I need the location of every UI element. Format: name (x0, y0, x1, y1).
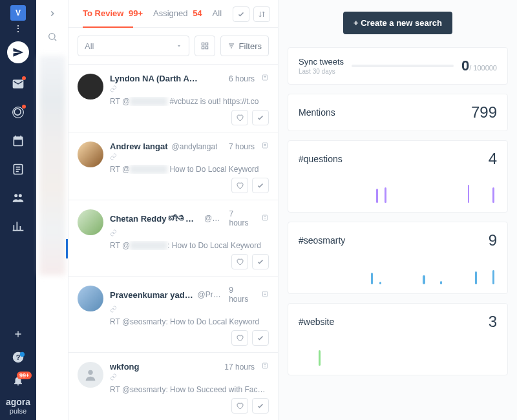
note-icon[interactable] (261, 214, 269, 224)
add-icon[interactable] (5, 322, 31, 346)
tweet-content: RT @seosmarty: How to Succeed with Faceb… (110, 385, 269, 394)
like-button[interactable] (231, 178, 248, 193)
feed-tabs: To Review 99+ Assigned 54 All (69, 0, 278, 28)
calendar-icon[interactable] (5, 128, 31, 154)
review-button[interactable] (252, 178, 269, 193)
filter-dropdown[interactable]: All (78, 36, 189, 56)
tweet-content: RT @xxxxx How to Do Local Keyword (110, 165, 269, 174)
seosmarty-card[interactable]: #seosmarty 9 (288, 222, 508, 294)
timestamp: 17 hours (224, 362, 255, 372)
questions-card[interactable]: #questions 4 (288, 140, 508, 213)
note-icon[interactable] (261, 74, 269, 83)
feed-list: Lyndon NA (Darth Autocrat… 6 hours RT @x… (69, 65, 278, 420)
svg-point-6 (20, 352, 25, 356)
sync-card: Sync tweets Last 30 days 0/ 100000 (288, 47, 508, 85)
author-name: Lyndon NA (Darth Autocrat… (110, 74, 200, 83)
like-button[interactable] (231, 330, 248, 346)
chart-bar (379, 282, 381, 284)
svg-rect-11 (206, 47, 208, 49)
notifications-icon[interactable]: 99+ (5, 369, 31, 392)
search-icon[interactable] (47, 32, 58, 44)
help-icon[interactable]: ? (5, 346, 31, 369)
note-icon[interactable] (261, 290, 269, 300)
notification-count: 99+ (17, 372, 32, 379)
like-button[interactable] (231, 254, 248, 269)
link-icon[interactable] (110, 229, 269, 238)
author-name: wkfong (110, 362, 140, 372)
tweet-content: RT @xxxxx #vcbuzz is out! https://t.co (110, 97, 269, 106)
link-icon[interactable] (110, 153, 269, 162)
grid-view-button[interactable] (195, 36, 215, 56)
tweet-content: RT @seosmarty: How to Do Local Keyword (110, 317, 269, 326)
link-icon[interactable] (110, 85, 269, 94)
website-card[interactable]: #website 3 (288, 303, 508, 375)
tab-to-review[interactable]: To Review 99+ (83, 8, 143, 26)
timestamp: 9 hours (229, 286, 255, 304)
feed-item[interactable]: Praveenkumar yadav @Pra… 9 hours RT @seo… (69, 277, 278, 353)
main-sidebar: V ⋮ ? 9 (0, 0, 36, 420)
svg-point-7 (48, 34, 54, 39)
chart-bar (440, 281, 442, 284)
workspace-tile[interactable]: V (10, 5, 26, 21)
compose-icon[interactable] (7, 41, 29, 63)
link-icon[interactable] (110, 306, 269, 315)
avatar[interactable] (78, 286, 103, 311)
check-all-button[interactable] (233, 6, 249, 22)
tab-assigned[interactable]: Assigned 54 (153, 8, 202, 26)
timestamp: 7 hours (229, 209, 255, 227)
sync-progress (352, 65, 454, 67)
review-button[interactable] (252, 398, 269, 414)
feed-column: To Review 99+ Assigned 54 All All (69, 0, 279, 420)
note-icon[interactable] (261, 142, 269, 151)
chart-bar (371, 273, 373, 284)
listening-icon[interactable] (5, 100, 31, 125)
chart-bar (468, 185, 470, 203)
create-search-button[interactable]: + Create a new search (343, 12, 452, 34)
avatar[interactable] (78, 74, 103, 100)
author-handle: @Pra… (198, 290, 226, 299)
chart-bar (319, 350, 321, 366)
sort-button[interactable] (253, 6, 270, 22)
filters-button[interactable]: Filters (220, 36, 269, 56)
avatar[interactable] (78, 209, 103, 235)
author-name: Andrew langat (110, 142, 168, 151)
feed-item[interactable]: Andrew langat @andylangat 7 hours RT @xx… (69, 132, 278, 200)
feed-item[interactable]: wkfong 17 hours RT @seosmarty: How to Su… (69, 353, 278, 420)
feed-item[interactable]: Lyndon NA (Darth Autocrat… 6 hours RT @x… (69, 65, 278, 132)
workspace-menu-icon[interactable]: ⋮ (14, 23, 23, 34)
like-button[interactable] (231, 398, 248, 414)
chart-bar (376, 189, 378, 203)
brand-logo: agora pulse (3, 392, 33, 420)
tab-all[interactable]: All (213, 8, 222, 26)
secondary-rail (36, 0, 69, 420)
avatar[interactable] (78, 142, 103, 167)
author-handle: @andylangat (172, 142, 218, 151)
chart-bar (492, 270, 494, 284)
review-button[interactable] (252, 330, 269, 346)
author-handle: @R… (204, 214, 225, 223)
author-name: Chetan Reddy ಚೇತನ ರೆಡ್ಡಿ (110, 214, 200, 224)
note-icon[interactable] (261, 362, 269, 372)
svg-point-3 (19, 194, 22, 197)
chart-bar (385, 187, 386, 203)
review-button[interactable] (252, 254, 269, 269)
analytics-icon[interactable] (5, 213, 31, 239)
svg-rect-8 (202, 43, 204, 45)
link-icon[interactable] (110, 373, 269, 383)
like-button[interactable] (231, 110, 248, 125)
fans-icon[interactable] (5, 185, 31, 211)
avatar[interactable] (78, 362, 103, 388)
chart-bar (423, 275, 425, 284)
svg-text:?: ? (16, 353, 21, 361)
chart-bar (492, 187, 494, 203)
saved-searches-list[interactable] (39, 56, 65, 275)
mentions-card[interactable]: Mentions 799 (288, 94, 508, 131)
feed-item[interactable]: Chetan Reddy ಚೇತನ ರೆಡ್ಡಿ @R… 7 hours RT … (69, 200, 278, 277)
reports-icon[interactable] (5, 156, 31, 182)
author-name: Praveenkumar yadav (110, 290, 194, 300)
timestamp: 6 hours (229, 74, 255, 83)
review-button[interactable] (252, 110, 269, 125)
inbox-icon[interactable] (5, 71, 31, 97)
svg-point-2 (14, 194, 17, 197)
chevron-right-icon[interactable] (48, 9, 57, 20)
